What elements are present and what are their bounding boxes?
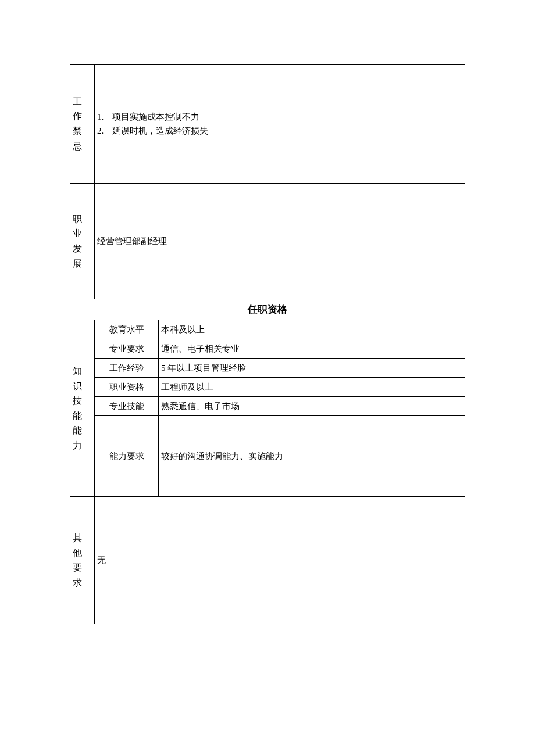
row-work-taboo: 工 作 禁 忌 1. 项目实施成本控制不力 2. 延误时机，造成经济损失	[70, 65, 465, 184]
label-qualification-header: 任职资格	[70, 299, 465, 320]
row-experience: 工作经验 5 年以上项目管理经脸	[70, 359, 465, 378]
label-career: 职业发展	[70, 184, 95, 299]
label-cert: 职业资格	[95, 378, 159, 397]
row-cert: 职业资格 工程师及以上	[70, 378, 465, 397]
value-major: 通信、电子相关专业	[159, 339, 465, 359]
row-other: 其 他 要 求 无	[70, 497, 465, 624]
value-other: 无	[95, 497, 465, 624]
taboo-item-1: 1. 项目实施成本控制不力	[97, 110, 462, 124]
value-work-taboo: 1. 项目实施成本控制不力 2. 延误时机，造成经济损失	[95, 65, 465, 184]
label-other: 其 他 要 求	[70, 497, 95, 624]
label-work-taboo: 工 作 禁 忌	[70, 65, 95, 184]
label-experience: 工作经验	[95, 359, 159, 378]
label-skill: 专业技能	[95, 397, 159, 416]
job-description-table: 工 作 禁 忌 1. 项目实施成本控制不力 2. 延误时机，造成经济损失 职业发…	[70, 64, 465, 624]
row-skill: 专业技能 熟悉通信、电子市场	[70, 397, 465, 416]
value-cert: 工程师及以上	[159, 378, 465, 397]
row-major: 专业要求 通信、电子相关专业	[70, 339, 465, 359]
label-major: 专业要求	[95, 339, 159, 359]
label-education: 教育水平	[95, 320, 159, 339]
row-education: 知识技能能力 教育水平 本科及以上	[70, 320, 465, 339]
taboo-item-2: 2. 延误时机，造成经济损失	[97, 124, 462, 138]
document-page: 工 作 禁 忌 1. 项目实施成本控制不力 2. 延误时机，造成经济损失 职业发…	[0, 0, 535, 756]
row-qualification-header: 任职资格	[70, 299, 465, 320]
row-career: 职业发展 经营管理部副经理	[70, 184, 465, 299]
value-skill: 熟悉通信、电子市场	[159, 397, 465, 416]
label-ability: 能力要求	[95, 416, 159, 497]
value-career: 经营管理部副经理	[95, 184, 465, 299]
value-ability: 较好的沟通协调能力、实施能力	[159, 416, 465, 497]
value-education: 本科及以上	[159, 320, 465, 339]
row-ability: 能力要求 较好的沟通协调能力、实施能力	[70, 416, 465, 497]
label-knowledge-skill: 知识技能能力	[70, 320, 95, 497]
value-experience: 5 年以上项目管理经脸	[159, 359, 465, 378]
